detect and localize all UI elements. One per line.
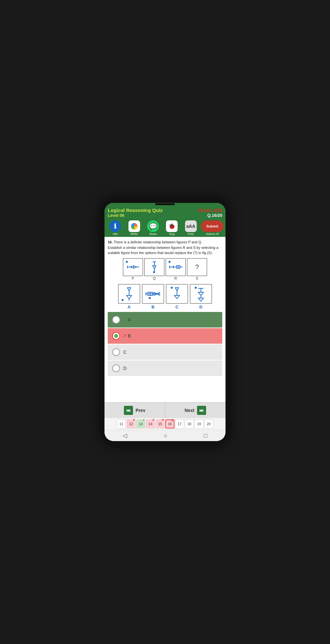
toolbar: ℹ Info White 💬 Share (104, 219, 226, 237)
tool-font[interactable]: aAA Font (182, 220, 200, 236)
radio-b-inner (114, 334, 118, 338)
answer-label-a: A (128, 317, 131, 322)
page-18[interactable]: 18 (185, 419, 194, 428)
bug-icon[interactable]: 🐞 (166, 220, 178, 232)
radio-a (112, 316, 120, 324)
font-icon[interactable]: aAA (185, 220, 197, 232)
svg-marker-11 (153, 266, 156, 269)
option-c-label: C (175, 305, 178, 309)
score: Score: 4/13 (198, 208, 222, 213)
page-12-badge: ✗ (133, 418, 135, 422)
question-text: 16. There is a definite relationship bet… (108, 239, 222, 256)
answer-option-d[interactable]: D (108, 361, 222, 376)
page-15-badge: ✗ (162, 418, 164, 422)
page-17[interactable]: 17 (175, 419, 184, 428)
svg-marker-21 (127, 288, 131, 291)
figure-r-group: R (166, 258, 186, 280)
option-d-box: D (190, 284, 212, 309)
svg-marker-5 (133, 266, 137, 268)
figure-q (144, 258, 164, 276)
option-d-figure (190, 284, 212, 304)
option-b-label: B (151, 305, 154, 309)
tool-share[interactable]: 💬 Share (144, 220, 162, 236)
figure-p (123, 258, 143, 276)
share-label: Share (149, 232, 157, 236)
figure-s: ? (187, 258, 207, 276)
white-icon[interactable] (128, 220, 140, 232)
nav-bar: ⏮ Prev Next ⏭ (104, 402, 226, 418)
page-11[interactable]: 11 (117, 419, 126, 428)
svg-marker-39 (174, 295, 180, 299)
option-c-box: C (166, 284, 188, 309)
page-13[interactable]: ✓13 (136, 419, 145, 428)
phone-screen: Logical Reasoning Quiz Score: 4/13 Level… (104, 203, 226, 441)
answer-options: ✓ A ✗ B C D (108, 312, 222, 376)
tick-a: ✓ (123, 317, 127, 322)
svg-point-35 (171, 287, 173, 289)
figure-q-group: Q (144, 258, 164, 280)
page-16[interactable]: ✗16 (165, 419, 174, 428)
tool-white[interactable]: White (125, 220, 143, 236)
page-15[interactable]: ✗15 (156, 419, 165, 428)
svg-point-34 (149, 297, 151, 299)
answer-label-c: C (123, 350, 126, 355)
figure-q-label: Q (153, 276, 156, 280)
svg-point-1 (126, 261, 128, 263)
prev-label: Prev (136, 408, 145, 413)
level: Level 06 (108, 213, 124, 218)
recents-icon[interactable]: □ (204, 432, 207, 439)
page-20[interactable]: 20 (204, 419, 213, 428)
option-c-figure (166, 284, 188, 304)
back-icon[interactable]: ◁ (123, 432, 127, 439)
page-12[interactable]: ✗12 (126, 419, 136, 428)
home-icon[interactable]: ○ (164, 432, 167, 439)
prev-icon: ⏮ (124, 406, 133, 415)
svg-marker-45 (198, 298, 204, 301)
page-13-badge: ✓ (142, 418, 145, 422)
question-mark: ? (195, 263, 199, 271)
figure-p-label: P (132, 276, 134, 280)
info-label: Info (113, 232, 118, 236)
figure-s-group: ? S (187, 258, 207, 280)
white-label: White (130, 232, 138, 236)
answer-label-d: D (123, 366, 126, 371)
tool-bug[interactable]: 🐞 Bug (163, 220, 181, 236)
answer-option-c[interactable]: C (108, 344, 222, 360)
tool-info[interactable]: ℹ Info (106, 220, 124, 236)
svg-point-40 (195, 287, 197, 289)
page-14-badge: ✗ (152, 418, 155, 422)
answer-option-a[interactable]: ✓ A (108, 312, 222, 328)
figure-r (166, 258, 186, 276)
answer-label-b: B (128, 333, 131, 339)
option-b-figure (142, 284, 164, 304)
phone-frame: Logical Reasoning Quiz Score: 4/13 Level… (102, 199, 228, 445)
status-bar (104, 203, 226, 205)
share-icon[interactable]: 💬 (147, 220, 159, 232)
question-progress: Q.16/20 (207, 213, 222, 218)
option-a-box: A (118, 284, 140, 309)
next-button[interactable]: Next ⏭ (165, 403, 226, 418)
submit-all-label: Submit All (206, 232, 219, 236)
radio-c (112, 348, 120, 356)
page-16-badge: ✗ (171, 419, 174, 422)
option-d-label: D (199, 305, 202, 309)
info-icon[interactable]: ℹ (109, 220, 121, 232)
svg-marker-43 (198, 292, 204, 295)
notch (155, 203, 175, 205)
radio-d (112, 364, 120, 372)
app-title: Logical Reasoning Quiz (108, 207, 163, 213)
answer-option-b[interactable]: ✗ B (108, 328, 222, 344)
cross-b: ✗ (123, 333, 127, 338)
tool-submit[interactable]: Submit Submit All (201, 220, 224, 236)
page-14[interactable]: ✗14 (146, 419, 155, 428)
options-row: A (108, 284, 222, 309)
submit-icon[interactable]: Submit (201, 220, 224, 232)
pagination: 11 ✗12 ✓13 ✗14 ✗15 ✗16 17 18 19 20 (104, 418, 226, 430)
option-a-label: A (127, 305, 130, 309)
svg-point-13 (169, 261, 170, 263)
page-19[interactable]: 19 (194, 419, 204, 428)
font-label: Font (188, 232, 194, 236)
prev-button[interactable]: ⏮ Prev (104, 403, 165, 418)
svg-marker-36 (175, 288, 179, 291)
radio-b (112, 332, 120, 340)
